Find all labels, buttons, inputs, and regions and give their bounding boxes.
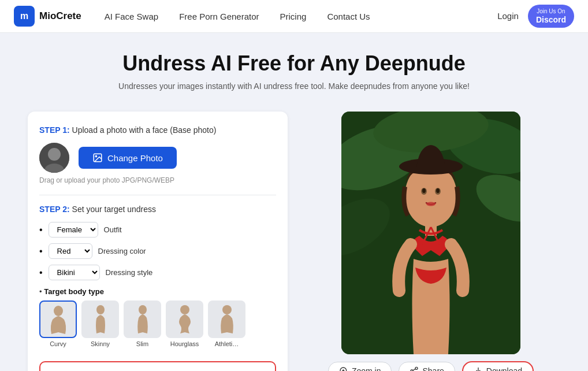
body-type-skinny[interactable]: Skinny — [81, 300, 119, 347]
photo-icon — [92, 153, 103, 163]
header: m MioCrete AI Face Swap Free Porn Genera… — [0, 0, 588, 33]
step2-options: • Female Male Outfit • Red Black White B… — [39, 222, 276, 280]
zoom-in-button[interactable]: Zoom in — [328, 362, 392, 371]
body-type-skinny-label: Skinny — [91, 340, 110, 347]
bullet2: • — [39, 246, 43, 257]
svg-point-1 — [48, 148, 61, 161]
step2-desc: Set your target undress — [72, 205, 157, 214]
svg-point-4 — [95, 155, 96, 157]
step1-desc: Upload a photo with a face (Base photo) — [72, 125, 217, 135]
hero-title: Undress AI Free for Any Deepnude — [9, 51, 579, 76]
zoom-icon — [339, 366, 348, 371]
body-type-title: Target body type — [44, 287, 104, 296]
nav-face-swap[interactable]: AI Face Swap — [105, 12, 158, 21]
svg-point-20 — [436, 188, 440, 193]
discord-join-label: Join Us On — [537, 8, 565, 15]
dressing-style-select[interactable]: Bikini Lingerie Nude — [49, 265, 100, 280]
step1-num: STEP 1: — [39, 125, 70, 135]
dressing-style-row: • Bikini Lingerie Nude Dressing style — [39, 265, 276, 280]
dressing-color-label: Dressing color — [98, 247, 146, 255]
nav-pricing[interactable]: Pricing — [280, 12, 307, 21]
bullet3: • — [39, 268, 43, 278]
drag-hint: Drag or upload your photo JPG/PNG/WEBP — [39, 176, 276, 184]
share-icon — [410, 366, 419, 371]
logo-icon: m — [14, 6, 35, 27]
svg-line-34 — [413, 369, 416, 370]
step1-label: STEP 1: Upload a photo with a face (Base… — [39, 125, 276, 135]
main-content: STEP 1: Upload a photo with a face (Base… — [0, 100, 588, 371]
result-image — [341, 112, 520, 354]
dressing-color-select[interactable]: Red Black White Blue — [49, 243, 92, 259]
body-types-list: Curvy Skinny Slim Hourglass — [39, 300, 276, 350]
nav-free-generator[interactable]: Free Porn Generator — [179, 12, 259, 21]
body-type-athletic-label: Athleti… — [215, 340, 239, 347]
divider1 — [39, 195, 276, 195]
bullet4: • — [39, 287, 44, 296]
step2-label: STEP 2: Set your target undress — [39, 205, 276, 214]
body-type-slim-label: Slim — [136, 340, 148, 347]
bullet1: • — [39, 225, 43, 235]
svg-point-6 — [96, 305, 105, 314]
logo-text: MioCrete — [39, 10, 81, 22]
svg-point-9 — [222, 305, 232, 314]
body-type-slim-img — [124, 300, 161, 338]
body-type-slim[interactable]: Slim — [124, 300, 161, 347]
hero-section: Undress AI Free for Any Deepnude Undress… — [0, 33, 588, 100]
nav-contact-us[interactable]: Contact Us — [327, 12, 370, 21]
header-right: Login Join Us On Discord — [497, 5, 574, 28]
outfit-label: Outfit — [104, 225, 122, 234]
discord-label: Discord — [536, 15, 566, 25]
body-type-athletic-img — [208, 300, 245, 338]
outfit-row: • Female Male Outfit — [39, 222, 276, 238]
left-panel: STEP 1: Upload a photo with a face (Base… — [28, 112, 288, 371]
logo-area: m MioCrete — [14, 6, 81, 27]
body-type-athletic[interactable]: Athleti… — [208, 300, 245, 347]
login-button[interactable]: Login — [497, 11, 519, 21]
download-button[interactable]: Download — [462, 361, 534, 371]
result-svg — [341, 112, 520, 354]
body-type-hourglass[interactable]: Hourglass — [166, 300, 203, 347]
step2-num: STEP 2: — [39, 205, 70, 214]
svg-point-5 — [54, 306, 63, 316]
share-button[interactable]: Share — [399, 362, 455, 371]
hero-subtitle: Undresses your images instantly with AI … — [9, 81, 579, 91]
dressing-style-label: Dressing style — [106, 268, 153, 277]
body-type-curvy-img — [39, 300, 77, 338]
svg-point-7 — [139, 305, 147, 314]
upload-area: Change Photo — [39, 143, 276, 173]
change-photo-button[interactable]: Change Photo — [79, 147, 177, 169]
body-type-label: • Target body type — [39, 287, 276, 296]
avatar-preview — [39, 143, 69, 173]
dressing-color-row: • Red Black White Blue Dressing color — [39, 243, 276, 259]
svg-point-8 — [180, 305, 189, 314]
main-nav: AI Face Swap Free Porn Generator Pricing… — [105, 12, 497, 21]
body-type-curvy-label: Curvy — [50, 340, 66, 347]
svg-point-19 — [422, 188, 426, 193]
body-type-hourglass-label: Hourglass — [170, 340, 199, 347]
outfit-select[interactable]: Female Male — [49, 222, 98, 238]
step3-box: STEP 3: Click Undress Now to start Undre… — [39, 361, 276, 371]
image-actions: Zoom in Share Download — [302, 361, 560, 371]
download-icon — [474, 366, 483, 371]
discord-button[interactable]: Join Us On Discord — [528, 5, 574, 28]
svg-point-30 — [415, 367, 418, 369]
body-type-skinny-img — [81, 300, 119, 338]
body-type-curvy[interactable]: Curvy — [39, 300, 77, 347]
svg-point-21 — [426, 202, 436, 206]
right-panel: Zoom in Share Download — [302, 112, 560, 371]
body-type-hourglass-img — [166, 300, 203, 338]
